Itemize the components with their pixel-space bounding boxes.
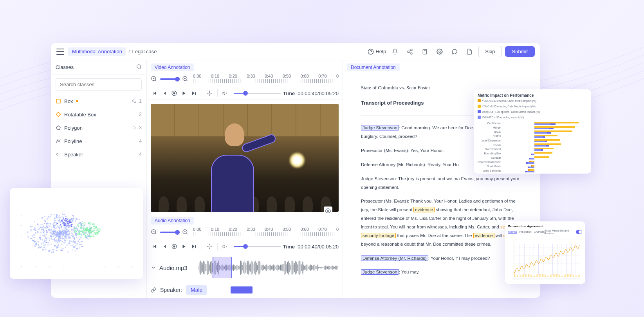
waveform[interactable] — [198, 257, 339, 278]
video-ruler[interactable]: 0:000:100:200:300:400:500:600:700 — [193, 74, 339, 85]
annotation-speaker[interactable]: Judge Stevenson — [361, 125, 399, 130]
prev-icon[interactable] — [161, 242, 168, 251]
tab-prediction[interactable]: Prediction — [520, 230, 532, 234]
tab-metrics[interactable]: Metrics — [508, 230, 517, 234]
embedding-cluster-card[interactable] — [10, 188, 143, 279]
class-item-box[interactable]: Box 1 — [51, 94, 146, 108]
document-icon[interactable] — [464, 46, 475, 58]
zoom-out-icon[interactable] — [151, 229, 158, 236]
search-input[interactable] — [56, 78, 142, 91]
annotation-evidence[interactable]: evidence — [473, 233, 494, 238]
svg-point-645 — [49, 230, 51, 231]
visibility-icon[interactable] — [324, 207, 332, 217]
svg-point-658 — [59, 234, 60, 235]
volume-slider[interactable] — [234, 93, 281, 94]
svg-point-2 — [411, 49, 412, 51]
svg-point-495 — [51, 235, 51, 235]
svg-point-617 — [70, 242, 71, 243]
annotation-speaker[interactable]: Defense Attorney (Mr. Richards) — [361, 255, 428, 261]
gear-icon[interactable] — [206, 242, 213, 251]
svg-point-347 — [73, 235, 74, 235]
skip-fwd-icon[interactable] — [190, 89, 198, 98]
svg-point-618 — [59, 215, 60, 216]
breadcrumb-app[interactable]: Multimodal Annotation — [68, 47, 126, 56]
prev-icon[interactable] — [161, 89, 168, 98]
svg-point-568 — [60, 240, 61, 241]
help-link[interactable]: Help — [368, 49, 386, 55]
clipboard-icon[interactable] — [419, 46, 431, 58]
skip-back-icon[interactable] — [151, 242, 158, 251]
metric-impact-card[interactable]: Metric Impact on Performance YOLOv8-30 e… — [474, 89, 591, 174]
svg-marker-13 — [56, 126, 60, 130]
share-icon[interactable] — [404, 46, 416, 58]
svg-point-444 — [40, 238, 41, 239]
speaker-value[interactable]: Male — [186, 285, 207, 295]
svg-point-563 — [53, 236, 54, 237]
status-dot — [76, 100, 78, 102]
tab-crvplots[interactable]: CrvPlots — [534, 230, 544, 234]
svg-point-441 — [72, 230, 74, 231]
svg-point-478 — [46, 232, 47, 234]
svg-point-708 — [76, 231, 77, 232]
audio-ruler[interactable]: 0:000:100:200:300:400:500:600:700 — [193, 227, 339, 238]
class-count: 3 — [139, 125, 142, 130]
play-icon[interactable] — [180, 89, 188, 98]
volume-slider[interactable] — [234, 246, 281, 247]
settings-icon[interactable] — [434, 46, 446, 58]
svg-point-213 — [65, 240, 66, 241]
svg-point-223 — [44, 220, 45, 221]
svg-point-148 — [55, 231, 56, 232]
class-item-polyline[interactable]: Polyline 4 — [51, 134, 146, 148]
play-icon[interactable] — [180, 242, 188, 251]
volume-icon[interactable] — [222, 89, 229, 98]
svg-point-72 — [40, 232, 42, 233]
speaker-segment[interactable] — [231, 286, 253, 293]
svg-point-644 — [72, 228, 74, 230]
video-frame[interactable] — [151, 104, 339, 212]
zoom-slider[interactable] — [160, 232, 180, 233]
svg-point-145 — [49, 228, 51, 230]
skip-button[interactable]: Skip — [478, 46, 501, 57]
prosecution-agreement-card[interactable]: Prosecution Agreement Metrics Prediction… — [505, 221, 585, 284]
comment-icon[interactable] — [449, 46, 460, 58]
tick: 0:10 — [211, 74, 219, 78]
svg-point-9 — [137, 64, 141, 68]
tick: 0:30 — [247, 227, 255, 232]
annotation-evidence[interactable]: security footage — [361, 233, 396, 238]
zoom-in-icon[interactable] — [182, 229, 189, 236]
svg-point-173 — [44, 227, 46, 229]
bounds-toggle[interactable] — [576, 230, 582, 234]
audio-file-row[interactable]: Audio.mp3 — [151, 253, 339, 282]
svg-point-784 — [95, 226, 97, 228]
volume-icon[interactable] — [222, 242, 229, 251]
annotation-speaker[interactable]: Judge Stevenson — [361, 269, 399, 275]
search-icon[interactable] — [136, 64, 142, 71]
submit-button[interactable]: Submit — [505, 46, 535, 57]
class-item-rotatable-box[interactable]: Rotatable Box 2 — [51, 108, 146, 121]
class-item-speaker[interactable]: Speaker 4 — [51, 148, 146, 161]
svg-rect-924 — [561, 275, 561, 277]
svg-marker-24 — [164, 92, 166, 95]
bell-icon[interactable] — [389, 46, 401, 58]
svg-point-833 — [83, 227, 85, 228]
tick: 0:40 — [265, 74, 273, 78]
zoom-out-icon[interactable] — [151, 76, 158, 83]
skip-fwd-icon[interactable] — [190, 242, 198, 251]
waveform-selection[interactable] — [213, 257, 232, 278]
stop-icon[interactable] — [170, 242, 178, 251]
zoom-slider[interactable] — [160, 78, 180, 80]
class-item-polygon[interactable]: Polygon 3 — [51, 121, 146, 134]
zoom-in-icon[interactable] — [182, 76, 189, 83]
svg-point-569 — [50, 244, 51, 245]
annotation-evidence[interactable]: evidence — [413, 207, 435, 212]
search-field[interactable] — [60, 82, 137, 87]
gear-icon[interactable] — [206, 89, 213, 98]
stop-icon[interactable] — [170, 89, 178, 98]
skip-back-icon[interactable] — [151, 89, 158, 98]
svg-rect-928 — [567, 274, 568, 277]
svg-rect-26 — [173, 92, 175, 94]
svg-rect-920 — [554, 274, 555, 277]
menu-icon[interactable] — [56, 49, 64, 55]
svg-point-254 — [42, 239, 43, 241]
svg-point-561 — [78, 227, 78, 228]
